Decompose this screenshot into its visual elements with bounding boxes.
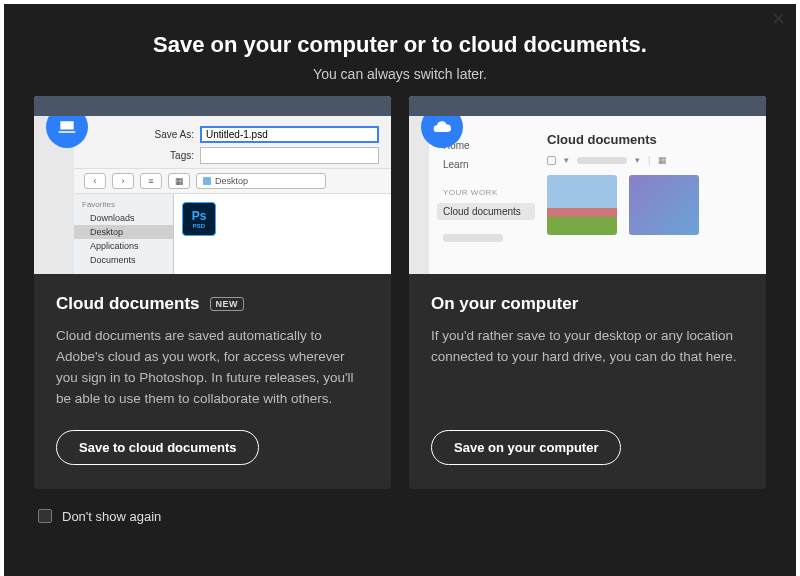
dialog-subtitle: You can always switch later. <box>4 66 796 82</box>
view-grid-icon[interactable]: ▦ <box>168 173 190 189</box>
sidebar-item-downloads[interactable]: Downloads <box>74 211 173 225</box>
nav-cloud-documents[interactable]: Cloud documents <box>437 203 535 220</box>
card-on-your-computer: Home Learn YOUR WORK Cloud documents Clo… <box>409 96 766 489</box>
card-cloud-documents: Save As: Tags: ‹ › ≡ ▦ <box>34 96 391 489</box>
laptop-icon <box>46 106 88 148</box>
nav-fwd-icon[interactable]: › <box>112 173 134 189</box>
cloud-main-title: Cloud documents <box>547 132 754 147</box>
filename-input[interactable] <box>200 126 379 143</box>
cloud-icon <box>421 106 463 148</box>
local-card-title: On your computer <box>431 294 578 314</box>
placeholder-bar <box>443 234 503 242</box>
cloud-preview: Save As: Tags: ‹ › ≡ ▦ <box>34 96 391 274</box>
sidebar-header: Favorites <box>74 198 173 211</box>
folder-dropdown[interactable]: Desktop <box>196 173 326 189</box>
save-location-dialog: Save on your computer or to cloud docume… <box>4 4 796 576</box>
sidebar-item-documents[interactable]: Documents <box>74 253 173 267</box>
sidebar-item-applications[interactable]: Applications <box>74 239 173 253</box>
nav-learn[interactable]: Learn <box>443 155 529 174</box>
save-to-cloud-button[interactable]: Save to cloud documents <box>56 430 259 465</box>
save-on-computer-button[interactable]: Save on your computer <box>431 430 621 465</box>
close-icon[interactable]: ✕ <box>771 10 786 28</box>
local-card-desc: If you'd rather save to your desktop or … <box>431 326 744 410</box>
save-as-label: Save As: <box>74 129 194 140</box>
local-preview: Home Learn YOUR WORK Cloud documents Clo… <box>409 96 766 274</box>
dont-show-again-checkbox[interactable] <box>38 509 52 523</box>
your-work-header: YOUR WORK <box>443 184 529 201</box>
cloud-card-title: Cloud documents <box>56 294 200 314</box>
new-badge: NEW <box>210 297 245 311</box>
tags-label: Tags: <box>74 150 194 161</box>
sort-placeholder <box>577 157 627 164</box>
select-all-checkbox[interactable] <box>547 156 556 165</box>
dialog-title: Save on your computer or to cloud docume… <box>4 32 796 58</box>
chevron-down-icon[interactable]: ▾ <box>564 155 569 165</box>
grid-view-icon[interactable]: ▦ <box>658 155 667 165</box>
dont-show-again-label: Don't show again <box>62 509 161 524</box>
nav-back-icon[interactable]: ‹ <box>84 173 106 189</box>
document-thumbnail[interactable] <box>629 175 699 235</box>
psd-file-icon[interactable]: Ps PSD <box>182 202 220 236</box>
chevron-down-icon[interactable]: ▾ <box>635 155 640 165</box>
cloud-card-desc: Cloud documents are saved automatically … <box>56 326 369 410</box>
sidebar-item-desktop[interactable]: Desktop <box>74 225 173 239</box>
tags-input[interactable] <box>200 147 379 164</box>
view-list-icon[interactable]: ≡ <box>140 173 162 189</box>
document-thumbnail[interactable] <box>547 175 617 235</box>
